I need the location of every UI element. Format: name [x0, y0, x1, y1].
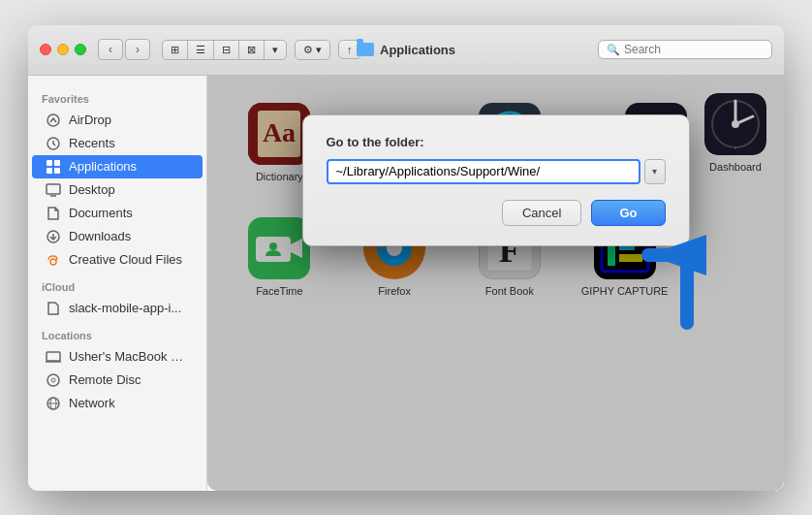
- maximize-button[interactable]: [75, 44, 86, 55]
- icloud-label: iCloud: [28, 272, 206, 297]
- dialog-buttons: Cancel Go: [327, 200, 666, 226]
- svg-rect-3: [54, 160, 60, 166]
- applications-label: Applications: [69, 159, 137, 174]
- svg-point-11: [51, 378, 55, 382]
- macbook-icon: [46, 349, 61, 365]
- airdrop-label: AirDrop: [69, 113, 111, 127]
- creative-cloud-icon: [46, 252, 61, 268]
- network-label: Network: [69, 396, 115, 410]
- dialog-title: Go to the folder:: [327, 135, 666, 149]
- folder-path-input[interactable]: [327, 159, 640, 184]
- slack-icon: [46, 301, 61, 316]
- sidebar-item-desktop[interactable]: Desktop: [32, 178, 203, 202]
- action-group: ⚙ ▾: [295, 40, 330, 60]
- applications-icon: [46, 159, 61, 175]
- svg-rect-4: [47, 168, 52, 174]
- close-button[interactable]: [40, 44, 51, 55]
- favorites-label: Favorites: [28, 83, 206, 109]
- downloads-icon: [46, 229, 61, 244]
- network-icon: [46, 396, 61, 411]
- main-content: ♪ Dashboard Aa Dictionary: [207, 76, 784, 491]
- content-area: Favorites AirDrop Recents Applications: [28, 76, 784, 491]
- sidebar-item-documents[interactable]: Documents: [32, 202, 203, 225]
- sidebar-item-applications[interactable]: Applications: [32, 155, 203, 178]
- sidebar-item-downloads[interactable]: Downloads: [32, 225, 203, 248]
- gallery-view-button[interactable]: ⊠: [239, 41, 265, 59]
- svg-rect-5: [54, 168, 60, 174]
- traffic-lights: [40, 44, 86, 55]
- sidebar-item-macbook[interactable]: Usher's MacBook Pro: [32, 345, 203, 369]
- column-view-button[interactable]: ⊟: [214, 41, 239, 59]
- sidebar-item-creative-cloud[interactable]: Creative Cloud Files: [32, 248, 203, 272]
- documents-icon: [46, 206, 61, 221]
- sidebar-item-slack[interactable]: slack-mobile-app-i...: [32, 297, 203, 320]
- locations-label: Locations: [28, 320, 206, 345]
- desktop-label: Desktop: [69, 182, 115, 197]
- documents-label: Documents: [69, 206, 133, 220]
- action-button[interactable]: ⚙ ▾: [296, 41, 329, 59]
- sidebar-item-recents[interactable]: Recents: [32, 132, 203, 155]
- airdrop-icon: [46, 113, 61, 128]
- slack-label: slack-mobile-app-i...: [69, 301, 181, 315]
- sidebar: Favorites AirDrop Recents Applications: [28, 76, 207, 491]
- sidebar-item-network[interactable]: Network: [32, 392, 203, 415]
- recents-label: Recents: [69, 136, 115, 150]
- cancel-button[interactable]: Cancel: [502, 200, 581, 226]
- downloads-label: Downloads: [69, 229, 131, 243]
- remote-disc-icon: [46, 372, 61, 388]
- macbook-label: Usher's MacBook Pro: [69, 349, 189, 364]
- svg-rect-9: [47, 352, 60, 361]
- sidebar-item-airdrop[interactable]: AirDrop: [32, 109, 203, 132]
- svg-rect-2: [47, 160, 52, 166]
- svg-rect-6: [47, 184, 60, 194]
- search-icon: 🔍: [607, 44, 620, 56]
- search-box[interactable]: 🔍: [598, 40, 772, 59]
- icon-view-button[interactable]: ⊞: [163, 41, 188, 59]
- remote-disc-label: Remote Disc: [69, 372, 141, 387]
- view-options-button[interactable]: ▾: [265, 41, 286, 59]
- minimize-button[interactable]: [57, 44, 69, 55]
- folder-icon: [357, 43, 374, 56]
- window-title: Applications: [380, 43, 455, 57]
- recents-icon: [46, 136, 61, 151]
- dialog-overlay: Go to the folder: ▾ Cancel Go: [207, 76, 784, 491]
- view-toggle-group: ⊞ ☰ ⊟ ⊠ ▾: [162, 40, 287, 60]
- svg-point-10: [47, 374, 59, 386]
- sidebar-item-remote-disc[interactable]: Remote Disc: [32, 369, 203, 392]
- dropdown-button[interactable]: ▾: [644, 159, 666, 184]
- window-title-area: Applications: [357, 43, 455, 57]
- dialog-input-row: ▾: [327, 159, 666, 184]
- list-view-button[interactable]: ☰: [188, 41, 214, 59]
- nav-buttons: ‹ ›: [98, 39, 150, 60]
- creative-cloud-label: Creative Cloud Files: [69, 252, 182, 267]
- svg-point-8: [50, 259, 56, 265]
- finder-window: ‹ › ⊞ ☰ ⊟ ⊠ ▾ ⚙ ▾ ↑ Applications 🔍: [28, 25, 784, 491]
- svg-point-0: [47, 114, 59, 126]
- desktop-icon: [46, 182, 61, 198]
- forward-button[interactable]: ›: [125, 39, 150, 60]
- search-input[interactable]: [624, 43, 760, 56]
- titlebar: ‹ › ⊞ ☰ ⊟ ⊠ ▾ ⚙ ▾ ↑ Applications 🔍: [28, 25, 784, 76]
- blue-arrow: [629, 216, 706, 337]
- back-button[interactable]: ‹: [98, 39, 123, 60]
